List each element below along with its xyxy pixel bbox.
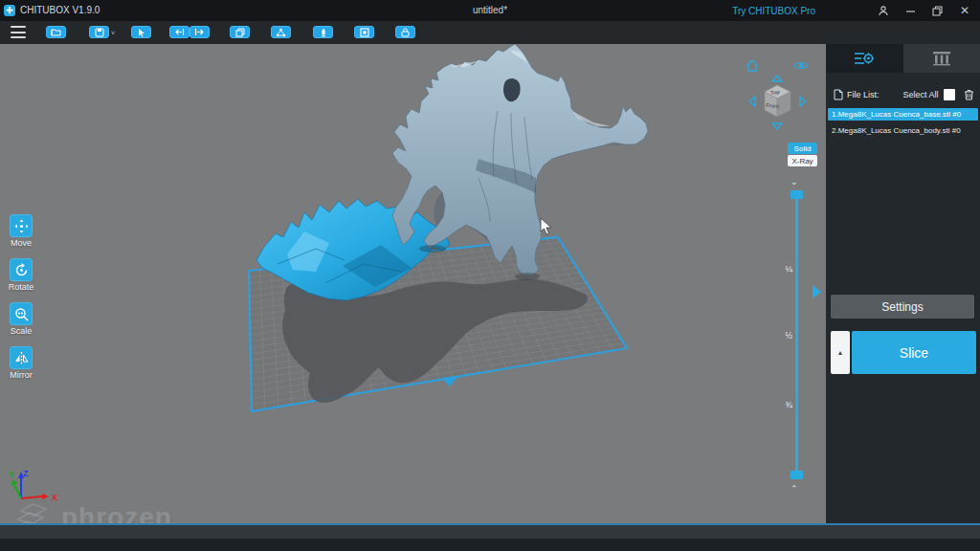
layer-slider-top-handle[interactable]	[791, 190, 803, 199]
undo-button[interactable]	[169, 26, 189, 38]
rotate-right-arrow-icon	[800, 97, 806, 106]
move-icon	[14, 219, 29, 233]
axis-y-label: Y	[9, 470, 14, 479]
slider-label-half: ½	[779, 331, 792, 341]
tool-mirror-label: Mirror	[2, 370, 40, 380]
slice-button[interactable]: Slice	[852, 331, 976, 374]
view-mode-xray-button[interactable]: X-Ray	[788, 155, 817, 166]
file-list-label: File List:	[847, 90, 880, 99]
titlebar: ✛ CHITUBOX V1.9.0 untitled* Try CHITUBOX…	[0, 0, 980, 21]
rotate-icon	[14, 263, 29, 277]
redo-button[interactable]	[189, 26, 210, 38]
restore-button[interactable]	[924, 0, 949, 21]
file-row-base[interactable]: 1.Mega8K_Lucas Cuenca_base.stl #0	[828, 108, 978, 121]
panel-collapse-arrow[interactable]	[813, 285, 821, 298]
bottom-bar	[0, 539, 980, 551]
slider-label-three-quarter: ¾	[779, 400, 792, 409]
tool-mirror[interactable]: Mirror	[2, 346, 40, 380]
close-button[interactable]: ✕	[951, 0, 978, 21]
rotate-down-arrow-icon	[772, 123, 782, 129]
tool-move[interactable]: Move	[2, 214, 40, 248]
monster-body-model[interactable]	[392, 44, 648, 280]
perspective-eye-icon[interactable]	[794, 63, 808, 69]
clone-button[interactable]	[230, 26, 250, 38]
model-list-tab-icon	[854, 51, 875, 66]
layer-slider-track[interactable]	[795, 197, 798, 473]
tool-scale[interactable]: Scale	[2, 302, 40, 336]
phrozen-logo-icon	[13, 501, 54, 523]
viewport-3d[interactable]: X Z Y Top Front	[0, 44, 826, 523]
home-view-icon[interactable]	[746, 60, 758, 71]
axis-z-label: Z	[23, 469, 29, 478]
file-row-body[interactable]: 2.Mega8K_Lucas Cuenca_body.stl #0	[828, 124, 978, 137]
view-mode-solid-button[interactable]: Solid	[788, 143, 817, 154]
lock-button[interactable]	[395, 26, 415, 38]
mirror-icon	[14, 351, 29, 365]
minimize-button[interactable]	[898, 0, 923, 21]
right-panel-tabs	[826, 44, 980, 73]
settings-button[interactable]: Settings	[831, 295, 974, 319]
support-button[interactable]	[271, 26, 291, 38]
scale-icon	[14, 307, 29, 321]
menu-icon[interactable]	[11, 26, 26, 38]
file-name: 2.Mega8K_Lucas Cuenca_body.stl #0	[832, 126, 961, 135]
right-panel: File List: Select All 1.Mega8K_Lucas Cue…	[826, 44, 980, 523]
file-list-header: File List: Select All	[826, 86, 980, 103]
main-toolbar: ˅	[0, 21, 980, 44]
account-icon[interactable]	[871, 0, 896, 21]
axes-gizmo: X Z Y	[9, 469, 57, 502]
slider-step-up-icon[interactable]: ⌃	[791, 485, 798, 494]
slider-label-quarter: ¼	[779, 264, 792, 274]
rotate-left-arrow-icon	[749, 97, 755, 106]
chitubox-window: ✛ CHITUBOX V1.9.0 untitled* Try CHITUBOX…	[0, 0, 980, 551]
tool-rotate[interactable]: Rotate	[2, 258, 40, 292]
view-cube[interactable]: Top Front	[765, 85, 791, 117]
support-tab[interactable]	[903, 44, 980, 73]
document-title: untitled*	[0, 5, 980, 15]
status-bar	[0, 525, 980, 539]
support-tab-icon	[932, 51, 951, 66]
tool-rotate-label: Rotate	[2, 282, 40, 292]
phrozen-watermark-text: phrozen	[61, 502, 172, 523]
save-dropdown-icon[interactable]: ˅	[111, 30, 115, 36]
slice-options-toggle[interactable]: ▲	[831, 331, 850, 374]
hollow-button[interactable]	[354, 26, 374, 38]
select-all-label: Select All	[903, 90, 939, 99]
select-all-checkbox[interactable]	[944, 89, 955, 100]
pen-tool-button[interactable]	[313, 26, 333, 38]
delete-trash-icon[interactable]	[964, 89, 974, 100]
mouse-cursor	[541, 218, 551, 234]
open-file-button[interactable]	[46, 26, 66, 38]
file-list-icon	[834, 89, 843, 100]
phrozen-watermark: phrozen	[13, 501, 172, 523]
model-list-tab[interactable]	[826, 44, 903, 73]
rotate-up-arrow-icon	[772, 76, 782, 81]
tool-move-label: Move	[2, 238, 40, 248]
scene-canvas: X Z Y Top Front	[0, 44, 826, 523]
file-name: 1.Mega8K_Lucas Cuenca_base.stl #0	[832, 110, 961, 119]
try-pro-link[interactable]: Try CHITUBOX Pro	[732, 6, 815, 16]
layer-slider-bottom-handle[interactable]	[791, 471, 803, 479]
tool-scale-label: Scale	[2, 326, 40, 336]
slider-step-down-icon[interactable]: ⌄	[791, 178, 798, 187]
arrange-button[interactable]	[131, 26, 151, 38]
save-button[interactable]	[89, 26, 109, 38]
